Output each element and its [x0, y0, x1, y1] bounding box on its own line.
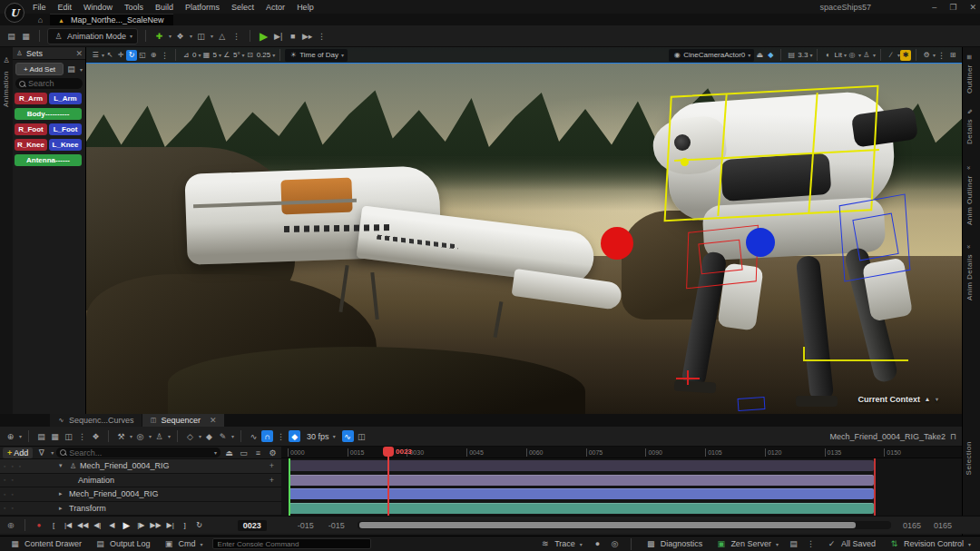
set-pill-r-arm[interactable]: R_Arm: [15, 93, 47, 104]
content-drawer-button[interactable]: ▦ Content Drawer: [5, 537, 85, 551]
rig-yellow-wirebox[interactable]: [664, 85, 879, 222]
overflow-icon[interactable]: ⋮: [807, 539, 815, 548]
menu-tools[interactable]: Tools: [124, 3, 143, 12]
scale-tool-icon[interactable]: ◱: [137, 50, 148, 61]
grid-snap-icon[interactable]: ▦: [201, 50, 211, 61]
lane-animation[interactable]: [289, 475, 874, 486]
stop-button[interactable]: ■: [287, 30, 299, 42]
to-start-button[interactable]: |◀: [63, 519, 74, 531]
curve-channels-icon[interactable]: ∿: [342, 430, 354, 442]
set-pill-body[interactable]: Body----------: [15, 108, 82, 120]
lane-transform[interactable]: [289, 503, 874, 514]
current-frame-field[interactable]: 0023: [238, 520, 267, 531]
viewport-menu-icon[interactable]: ☰: [90, 50, 101, 61]
save-sequence-icon[interactable]: ▤: [35, 430, 47, 442]
step-forward-button[interactable]: |▶: [135, 519, 146, 531]
menu-file[interactable]: File: [33, 3, 46, 12]
record-button[interactable]: ●: [34, 519, 44, 531]
eject-icon[interactable]: ⏏: [223, 447, 235, 458]
close-button[interactable]: ✕: [969, 3, 976, 12]
rotation-snap-icon[interactable]: ∠: [221, 50, 232, 61]
overflow-icon[interactable]: ⋮: [937, 51, 946, 60]
set-pill-l-knee[interactable]: L_Knee: [49, 139, 82, 151]
add-set-button[interactable]: + Add Set: [15, 63, 64, 75]
maximize-button[interactable]: ❐: [949, 3, 956, 12]
snapshot-icon[interactable]: ◎: [609, 538, 621, 550]
play-forward-button[interactable]: ▶: [121, 519, 132, 531]
surface-snap-icon[interactable]: ⊿: [181, 50, 191, 61]
add-actor-icon[interactable]: ✚: [153, 30, 165, 42]
show-flags-icon[interactable]: ◎: [847, 50, 858, 61]
unreal-logo-icon[interactable]: U: [5, 3, 24, 23]
level-tab[interactable]: ▲ Map_Northe..._ScaleNew: [50, 14, 173, 25]
scrollbar-thumb[interactable]: [359, 522, 856, 528]
playback-options-icon[interactable]: ♙: [153, 430, 165, 442]
perspective-icon[interactable]: ♙: [861, 50, 872, 61]
track-settings-icon[interactable]: ⚙: [267, 447, 279, 458]
output-log-button[interactable]: ▤ Output Log: [91, 537, 154, 551]
view-mode-icon[interactable]: ◐: [822, 50, 833, 61]
set-pill-antenna[interactable]: Antenna------: [15, 154, 82, 166]
add-keyframe-icon[interactable]: ◆: [203, 430, 215, 442]
close-icon[interactable]: ✕: [210, 416, 217, 425]
jump-to-playhead-icon[interactable]: ◎: [5, 519, 16, 531]
trace-button[interactable]: ≋ Trace ▾: [535, 537, 586, 551]
mode-selector[interactable]: ♙ Animation Mode ▾: [47, 28, 138, 44]
menu-help[interactable]: Help: [297, 3, 314, 12]
editor-modes-icon[interactable]: △: [216, 30, 228, 42]
rotation-snap-value[interactable]: 5°: [233, 51, 240, 59]
diagnostics-button[interactable]: ▩ Diagnostics: [642, 537, 707, 551]
view-range-start[interactable]: -015: [292, 521, 319, 530]
viewport-settings-icon[interactable]: ⚙: [921, 50, 932, 61]
track-row-transform[interactable]: ◦ ◦ ▸ Transform: [0, 502, 281, 517]
list-view-icon[interactable]: ≡: [252, 447, 264, 458]
keyframe-track-icon[interactable]: ◆: [289, 430, 300, 442]
world-space-icon[interactable]: ⊕: [148, 50, 159, 61]
render-movie-icon[interactable]: ◫: [63, 430, 74, 442]
home-icon[interactable]: ⌂: [34, 14, 46, 25]
browse-sequence-icon[interactable]: ▦: [49, 430, 61, 442]
previous-key-button[interactable]: ◀◀: [77, 519, 88, 531]
save-icon[interactable]: ▤: [5, 30, 17, 42]
expand-icon[interactable]: ▸: [59, 490, 66, 497]
menu-window[interactable]: Window: [83, 3, 113, 12]
curve-editor-icon[interactable]: ∿: [248, 430, 260, 442]
add-section-icon[interactable]: +: [270, 461, 274, 470]
eject-pilot-icon[interactable]: ⏏: [754, 50, 765, 61]
expand-icon[interactable]: ▸: [59, 505, 66, 512]
camera-speed-icon[interactable]: ∕: [886, 50, 897, 61]
overflow-icon[interactable]: ⋮: [78, 432, 86, 441]
screen-percentage-value[interactable]: 3.3: [798, 51, 808, 59]
add-section-icon[interactable]: +: [270, 476, 274, 485]
retimer-icon[interactable]: ◫: [356, 430, 368, 442]
tab-sequencer[interactable]: ◫ Sequencer ✕: [142, 414, 224, 427]
loop-button[interactable]: ↻: [194, 519, 205, 531]
to-end-button[interactable]: ▶|: [165, 519, 176, 531]
blueprint-icon[interactable]: ❖: [174, 30, 186, 42]
tab-outliner[interactable]: ≣ Outliner: [965, 53, 974, 93]
set-pill-l-foot[interactable]: L_Foot: [49, 123, 82, 135]
content-browser-icon[interactable]: ▦: [20, 30, 32, 42]
rig-red-sphere-control[interactable]: [601, 227, 633, 260]
sets-tab[interactable]: ♙ Sets ✕: [13, 47, 85, 60]
overflow-icon[interactable]: ⋮: [161, 51, 169, 60]
time-of-day-button[interactable]: ☀ Time of Day ▾: [285, 49, 348, 62]
play-button[interactable]: ▶: [258, 30, 270, 42]
menu-platforms[interactable]: Platforms: [185, 3, 220, 12]
pill-view-icon[interactable]: ▭: [238, 447, 250, 458]
expand-icon[interactable]: ▾: [59, 462, 66, 469]
move-tool-icon[interactable]: ✛: [115, 50, 126, 61]
network-icon[interactable]: ▤: [788, 538, 799, 550]
keyframe-options-icon[interactable]: ◇: [184, 430, 196, 442]
playhead-grip[interactable]: [383, 447, 394, 457]
rig-yellow-dot[interactable]: [681, 158, 689, 166]
sets-search-input[interactable]: Search: [15, 78, 83, 89]
playhead[interactable]: [387, 447, 389, 516]
director-blueprint-icon[interactable]: ❖: [90, 430, 102, 442]
rotate-tool-icon[interactable]: ↻: [126, 50, 137, 61]
view-options-icon[interactable]: ◎: [134, 430, 146, 442]
working-range-end[interactable]: 0165: [898, 521, 926, 530]
select-tool-icon[interactable]: ↖: [104, 50, 115, 61]
set-pill-r-knee[interactable]: R_Knee: [15, 139, 47, 151]
sequencer-timeline[interactable]: 0000 0015 0030 0045 0060 0075 0090 0105 …: [281, 447, 962, 516]
